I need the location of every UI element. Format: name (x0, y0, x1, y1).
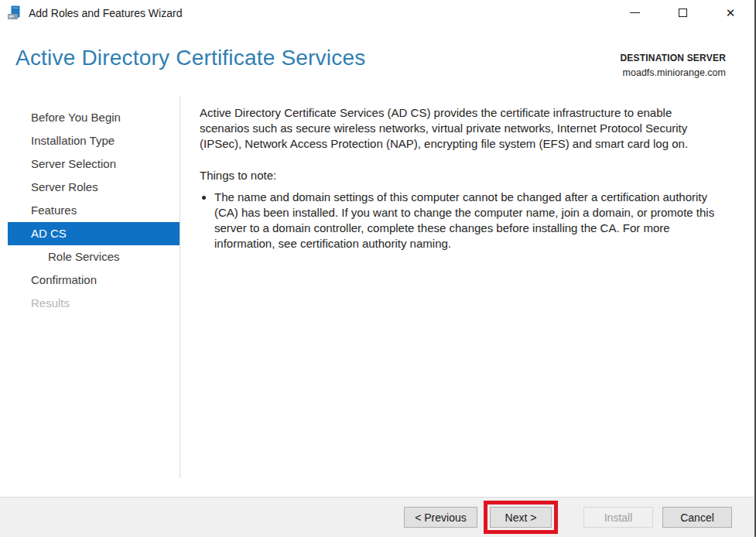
sidebar-item-results: Results (0, 292, 180, 315)
install-button[interactable]: Install (583, 507, 653, 528)
step-content: Active Directory Certificate Services (A… (180, 97, 754, 497)
titlebar: Add Roles and Features Wizard ✕ (0, 0, 754, 26)
close-button[interactable]: ✕ (706, 0, 754, 26)
wizard-footer: < Previous Next > Install Cancel (0, 497, 754, 537)
wizard-header: Active Directory Certificate Services DE… (0, 26, 754, 97)
sidebar-item-before-you-begin[interactable]: Before You Begin (0, 106, 180, 129)
destination-server-label: DESTINATION SERVER (620, 53, 726, 65)
wizard-window: Add Roles and Features Wizard ✕ Active D… (0, 0, 756, 537)
things-to-note-heading: Things to note: (200, 168, 716, 183)
sidebar-item-role-services[interactable]: Role Services (0, 245, 180, 268)
page-title: Active Directory Certificate Services (15, 46, 365, 97)
red-annotation-box: Next > (484, 501, 558, 534)
sidebar-item-confirmation[interactable]: Confirmation (0, 268, 180, 292)
destination-server-block: DESTINATION SERVER moadfs.miniorange.com (620, 53, 726, 97)
previous-button[interactable]: < Previous (404, 507, 477, 528)
adcs-description: Active Directory Certificate Services (A… (200, 105, 716, 152)
server-wizard-icon (7, 5, 22, 21)
sidebar-item-server-roles[interactable]: Server Roles (0, 176, 180, 199)
notes-list: The name and domain settings of this com… (200, 190, 716, 251)
maximize-icon (679, 9, 687, 17)
next-button[interactable]: Next > (490, 507, 552, 528)
window-title: Add Roles and Features Wizard (29, 7, 182, 19)
sidebar-item-ad-cs[interactable]: AD CS (8, 222, 180, 245)
minimize-button[interactable] (611, 0, 659, 26)
minimize-icon (630, 12, 640, 13)
note-item: The name and domain settings of this com… (214, 190, 716, 251)
close-icon: ✕ (726, 6, 736, 20)
sidebar-item-features[interactable]: Features (0, 199, 180, 222)
sidebar-item-server-selection[interactable]: Server Selection (0, 152, 180, 176)
maximize-button[interactable] (659, 0, 706, 26)
destination-server-name: moadfs.miniorange.com (620, 67, 726, 79)
wizard-body: Before You Begin Installation Type Serve… (0, 97, 754, 497)
window-controls: ✕ (611, 0, 754, 26)
cancel-button[interactable]: Cancel (662, 507, 732, 528)
sidebar-item-installation-type[interactable]: Installation Type (0, 129, 180, 152)
wizard-steps-sidebar: Before You Begin Installation Type Serve… (0, 97, 180, 497)
